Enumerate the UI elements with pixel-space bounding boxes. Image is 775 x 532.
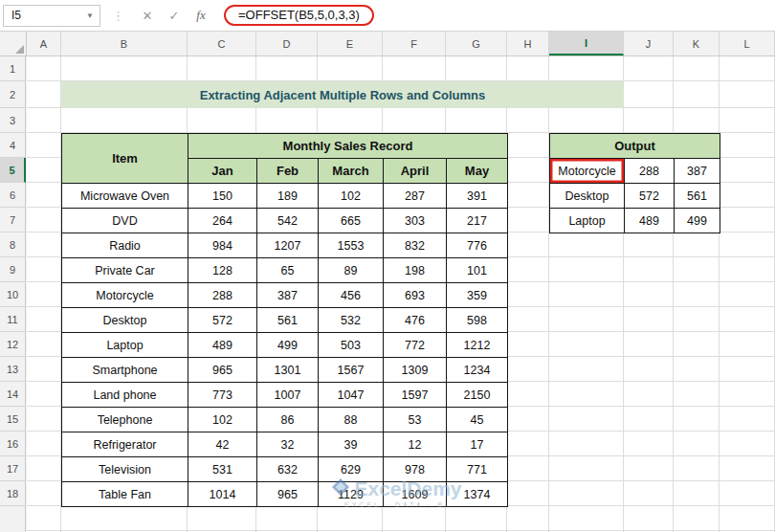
value-cell[interactable]: 499	[257, 333, 319, 358]
output-value-cell[interactable]: 572	[625, 184, 675, 209]
name-box-dropdown-icon[interactable]: ▼	[86, 11, 94, 20]
name-box[interactable]: I5 ▼	[3, 5, 100, 27]
value-cell[interactable]: 1234	[447, 358, 508, 383]
month-header-march[interactable]: March	[319, 159, 384, 184]
value-cell[interactable]: 42	[188, 432, 257, 457]
row-header-7[interactable]: 7	[0, 208, 26, 233]
value-cell[interactable]: 128	[188, 258, 257, 283]
value-cell[interactable]: 1301	[257, 358, 319, 383]
row-header-5[interactable]: 5	[0, 158, 26, 183]
item-cell[interactable]: Radio	[62, 233, 188, 258]
insert-function-icon[interactable]: fx	[188, 8, 214, 23]
column-header-I[interactable]: I	[549, 32, 624, 55]
value-cell[interactable]: 1129	[319, 482, 384, 507]
value-cell[interactable]: 150	[188, 184, 257, 209]
value-cell[interactable]: 561	[257, 308, 319, 333]
column-header-A[interactable]: A	[27, 32, 61, 55]
month-header-april[interactable]: April	[384, 159, 447, 184]
output-value-cell[interactable]: 561	[675, 184, 720, 209]
cancel-icon[interactable]: ✕	[134, 9, 161, 23]
output-value-cell[interactable]: 499	[675, 209, 720, 233]
value-cell[interactable]: 984	[188, 233, 257, 258]
output-value-cell[interactable]: 288	[625, 159, 675, 184]
value-cell[interactable]: 1047	[319, 383, 384, 408]
group-header[interactable]: Monthly Sales Record	[188, 134, 508, 159]
column-header-J[interactable]: J	[624, 32, 674, 55]
row-header-9[interactable]: 9	[0, 257, 26, 282]
item-cell[interactable]: Desktop	[62, 308, 188, 333]
value-cell[interactable]: 503	[319, 333, 384, 358]
value-cell[interactable]: 391	[447, 184, 508, 209]
value-cell[interactable]: 387	[257, 283, 319, 308]
value-cell[interactable]: 45	[447, 408, 508, 432]
column-header-H[interactable]: H	[507, 32, 549, 55]
value-cell[interactable]: 217	[447, 209, 508, 233]
value-cell[interactable]: 978	[384, 457, 447, 482]
value-cell[interactable]: 287	[384, 184, 447, 209]
item-cell[interactable]: Table Fan	[62, 482, 188, 507]
row-header-18[interactable]: 18	[0, 481, 26, 506]
row-header-12[interactable]: 12	[0, 332, 26, 357]
value-cell[interactable]: 693	[384, 283, 447, 308]
item-cell[interactable]: Private Car	[62, 258, 188, 283]
row-header-8[interactable]: 8	[0, 233, 26, 257]
item-column-header[interactable]: Item	[62, 134, 188, 184]
row-header-13[interactable]: 13	[0, 357, 26, 382]
row-header-4[interactable]: 4	[0, 133, 26, 158]
value-cell[interactable]: 39	[319, 432, 384, 457]
item-cell[interactable]: Laptop	[62, 333, 188, 358]
value-cell[interactable]: 776	[447, 233, 508, 258]
item-cell[interactable]: Land phone	[62, 383, 188, 408]
value-cell[interactable]: 1207	[257, 233, 319, 258]
item-cell[interactable]: Television	[62, 457, 188, 482]
value-cell[interactable]: 1374	[447, 482, 508, 507]
value-cell[interactable]: 1553	[319, 233, 384, 258]
value-cell[interactable]: 65	[257, 258, 319, 283]
item-cell[interactable]: Microwave Oven	[62, 184, 188, 209]
value-cell[interactable]: 88	[319, 408, 384, 432]
value-cell[interactable]: 89	[319, 258, 384, 283]
row-header-14[interactable]: 14	[0, 382, 26, 407]
value-cell[interactable]: 542	[257, 209, 319, 233]
value-cell[interactable]: 632	[257, 457, 319, 482]
value-cell[interactable]: 102	[319, 184, 384, 209]
value-cell[interactable]: 1212	[447, 333, 508, 358]
value-cell[interactable]: 456	[319, 283, 384, 308]
value-cell[interactable]: 32	[257, 432, 319, 457]
select-all-corner[interactable]	[0, 32, 27, 55]
value-cell[interactable]: 489	[188, 333, 257, 358]
value-cell[interactable]: 772	[384, 333, 447, 358]
month-header-feb[interactable]: Feb	[257, 159, 319, 184]
output-header[interactable]: Output	[550, 134, 720, 159]
value-cell[interactable]: 303	[384, 209, 447, 233]
value-cell[interactable]: 1007	[257, 383, 319, 408]
value-cell[interactable]: 288	[188, 283, 257, 308]
value-cell[interactable]: 17	[447, 432, 508, 457]
column-header-F[interactable]: F	[383, 32, 446, 55]
output-value-cell[interactable]: 387	[675, 159, 720, 184]
column-header-D[interactable]: D	[256, 32, 318, 55]
month-header-jan[interactable]: Jan	[188, 159, 257, 184]
month-header-may[interactable]: May	[447, 159, 508, 184]
value-cell[interactable]: 12	[384, 432, 447, 457]
value-cell[interactable]: 86	[257, 408, 319, 432]
formula-input[interactable]: =OFFSET(B5,5,0,3,3)	[224, 5, 374, 26]
row-header-15[interactable]: 15	[0, 407, 26, 432]
column-header-K[interactable]: K	[674, 32, 720, 55]
item-cell[interactable]: DVD	[62, 209, 188, 233]
item-cell[interactable]: Motorcycle	[62, 283, 188, 308]
value-cell[interactable]: 1597	[384, 383, 447, 408]
value-cell[interactable]: 189	[257, 184, 319, 209]
row-header-3[interactable]: 3	[0, 108, 26, 133]
value-cell[interactable]: 101	[447, 258, 508, 283]
row-header-2[interactable]: 2	[0, 81, 26, 108]
value-cell[interactable]: 572	[188, 308, 257, 333]
row-header-1[interactable]: 1	[0, 56, 26, 81]
column-header-G[interactable]: G	[446, 32, 507, 55]
row-header-17[interactable]: 17	[0, 456, 26, 481]
value-cell[interactable]: 965	[188, 358, 257, 383]
item-cell[interactable]: Smartphone	[62, 358, 188, 383]
value-cell[interactable]: 665	[319, 209, 384, 233]
value-cell[interactable]: 53	[384, 408, 447, 432]
row-header-10[interactable]: 10	[0, 282, 26, 307]
